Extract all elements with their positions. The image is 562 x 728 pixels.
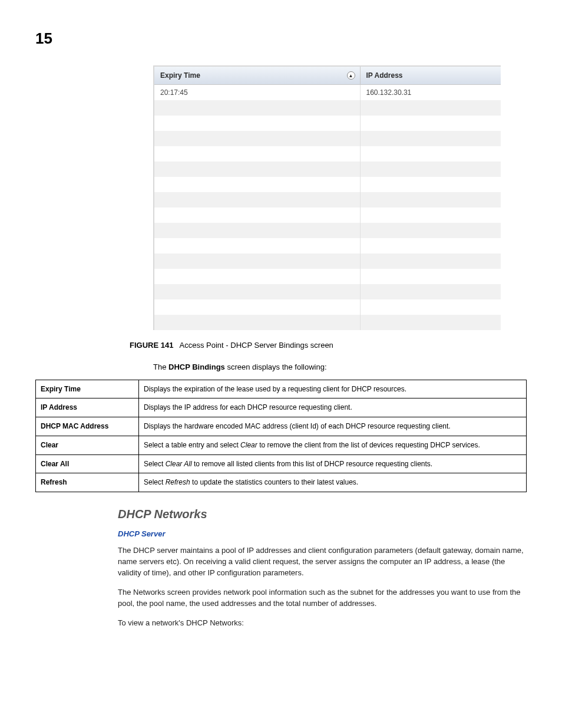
table-row[interactable] bbox=[154, 146, 501, 162]
table-row[interactable] bbox=[154, 177, 501, 192]
bindings-screenshot: Expiry Time ▲ IP Address 20:17:45160.132… bbox=[153, 65, 527, 330]
cell-expiry bbox=[154, 207, 360, 223]
cell-ip bbox=[360, 223, 501, 238]
table-row[interactable] bbox=[154, 116, 501, 131]
cell-expiry bbox=[154, 192, 360, 207]
cell-ip bbox=[360, 299, 501, 315]
intro-prefix: The bbox=[153, 363, 168, 371]
table-row[interactable] bbox=[154, 192, 501, 207]
cell-ip bbox=[360, 177, 501, 192]
column-header-ip[interactable]: IP Address bbox=[360, 66, 501, 85]
desc-definition: Select Refresh to update the statistics … bbox=[139, 473, 527, 492]
cell-expiry bbox=[154, 238, 360, 253]
bindings-table: Expiry Time ▲ IP Address 20:17:45160.132… bbox=[153, 65, 501, 330]
cell-expiry bbox=[154, 146, 360, 162]
section-heading: DHCP Networks bbox=[118, 508, 527, 521]
cell-expiry bbox=[154, 162, 360, 177]
table-row[interactable] bbox=[154, 315, 501, 330]
desc-term: IP Address bbox=[36, 398, 139, 417]
cell-expiry bbox=[154, 299, 360, 315]
desc-definition: Displays the hardware encoded MAC addres… bbox=[139, 417, 527, 436]
desc-row: IP AddressDisplays the IP address for ea… bbox=[36, 398, 527, 417]
cell-ip bbox=[360, 162, 501, 177]
desc-row: Expiry TimeDisplays the expiration of th… bbox=[36, 380, 527, 398]
cell-expiry bbox=[154, 253, 360, 269]
table-row[interactable] bbox=[154, 299, 501, 315]
cell-ip bbox=[360, 284, 501, 299]
desc-definition: Select Clear All to remove all listed cl… bbox=[139, 454, 527, 473]
cell-ip bbox=[360, 116, 501, 131]
body-paragraph-3: To view a network's DHCP Networks: bbox=[118, 618, 527, 629]
desc-term: DHCP MAC Address bbox=[36, 417, 139, 436]
intro-line: The DHCP Bindings screen displays the fo… bbox=[153, 363, 527, 371]
table-row[interactable]: 20:17:45160.132.30.31 bbox=[154, 85, 501, 100]
table-row[interactable] bbox=[154, 162, 501, 177]
column-header-expiry[interactable]: Expiry Time ▲ bbox=[154, 66, 360, 85]
cell-expiry bbox=[154, 223, 360, 238]
desc-definition: Displays the IP address for each DHCP re… bbox=[139, 398, 527, 417]
description-table: Expiry TimeDisplays the expiration of th… bbox=[35, 380, 527, 493]
cell-expiry bbox=[154, 100, 360, 116]
cell-expiry bbox=[154, 131, 360, 146]
table-row[interactable] bbox=[154, 223, 501, 238]
sort-asc-icon[interactable]: ▲ bbox=[347, 71, 355, 80]
cell-ip bbox=[360, 192, 501, 207]
figure-label: FIGURE 141 bbox=[130, 341, 173, 350]
desc-definition: Displays the expiration of the lease use… bbox=[139, 380, 527, 398]
cell-ip bbox=[360, 238, 501, 253]
table-row[interactable] bbox=[154, 238, 501, 253]
table-row[interactable] bbox=[154, 131, 501, 146]
desc-row: DHCP MAC AddressDisplays the hardware en… bbox=[36, 417, 527, 436]
cell-ip bbox=[360, 146, 501, 162]
cell-expiry bbox=[154, 116, 360, 131]
desc-definition: Select a table entry and select Clear to… bbox=[139, 436, 527, 454]
cell-ip bbox=[360, 253, 501, 269]
cell-ip bbox=[360, 131, 501, 146]
table-row[interactable] bbox=[154, 207, 501, 223]
cell-ip bbox=[360, 100, 501, 116]
desc-row: Clear AllSelect Clear All to remove all … bbox=[36, 454, 527, 473]
cell-ip: 160.132.30.31 bbox=[360, 85, 501, 100]
cell-ip bbox=[360, 315, 501, 330]
desc-row: ClearSelect a table entry and select Cle… bbox=[36, 436, 527, 454]
dhcp-server-link[interactable]: DHCP Server bbox=[118, 529, 527, 538]
cell-expiry bbox=[154, 315, 360, 330]
table-row[interactable] bbox=[154, 269, 501, 284]
figure-caption: FIGURE 141 Access Point - DHCP Server Bi… bbox=[130, 341, 527, 350]
cell-expiry bbox=[154, 284, 360, 299]
cell-expiry bbox=[154, 177, 360, 192]
desc-term: Refresh bbox=[36, 473, 139, 492]
cell-ip bbox=[360, 207, 501, 223]
intro-suffix: screen displays the following: bbox=[225, 363, 327, 371]
body-paragraph-2: The Networks screen provides network poo… bbox=[118, 587, 527, 610]
page-number: 15 bbox=[35, 29, 527, 48]
desc-term: Clear bbox=[36, 436, 139, 454]
cell-ip bbox=[360, 269, 501, 284]
body-paragraph-1: The DHCP server maintains a pool of IP a… bbox=[118, 545, 527, 579]
desc-term: Clear All bbox=[36, 454, 139, 473]
intro-bold: DHCP Bindings bbox=[168, 363, 225, 371]
desc-row: RefreshSelect Refresh to update the stat… bbox=[36, 473, 527, 492]
table-row[interactable] bbox=[154, 100, 501, 116]
column-header-expiry-label: Expiry Time bbox=[160, 71, 200, 80]
cell-expiry bbox=[154, 269, 360, 284]
desc-term: Expiry Time bbox=[36, 380, 139, 398]
table-row[interactable] bbox=[154, 284, 501, 299]
figure-caption-text: Access Point - DHCP Server Bindings scre… bbox=[180, 341, 333, 350]
cell-expiry: 20:17:45 bbox=[154, 85, 360, 100]
table-row[interactable] bbox=[154, 253, 501, 269]
